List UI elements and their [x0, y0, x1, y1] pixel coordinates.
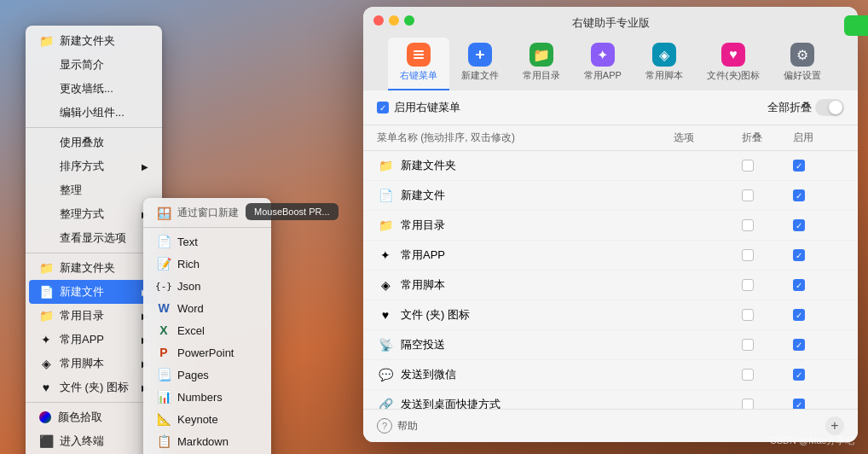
collapse-checkbox-2[interactable] [742, 219, 754, 231]
collapse-checkbox-8[interactable] [742, 399, 754, 409]
sub-menu-item-json[interactable]: {-} Json [143, 275, 271, 297]
menu-item-new-folder[interactable]: 📁 新建文件夹 [26, 256, 162, 280]
menu-item-edit-widget[interactable]: 编辑小组件... [26, 101, 162, 125]
sub-menu-item-rich[interactable]: 📝 Rich [143, 253, 271, 275]
table-row: 📁 常用目录 ✓ [363, 211, 858, 241]
row-name: 📄 新建文件 [377, 187, 674, 204]
sub-menu-item-markdown[interactable]: 📋 Markdown [143, 430, 271, 452]
common-dir-toolbar-icon: 📁 [529, 43, 553, 67]
toolbar-item-file-icon[interactable]: ♥ 文件(夹)图标 [695, 38, 772, 90]
sort-icon [39, 160, 53, 173]
enabled-checkbox-1[interactable]: ✓ [793, 189, 805, 201]
context-menu-main: 📁 新建文件夹 显示简介 更改墙纸... 编辑小组件... 使用叠放 排序方式 … [26, 26, 162, 454]
view-icon [39, 231, 53, 245]
wallpaper-icon [39, 82, 53, 96]
toolbar-item-common-dir[interactable]: 📁 常用目录 [511, 38, 572, 90]
app-window: 右键助手专业版 右键菜单 新建文件 📁 常用目录 ✦ 常用APP [363, 7, 858, 442]
enabled-checkbox-3[interactable]: ✓ [793, 249, 805, 261]
menu-item-common-script[interactable]: ◈ 常用脚本 ▶ [26, 352, 162, 375]
add-item-button[interactable]: + [825, 416, 844, 435]
menu-item-enter-terminal[interactable]: ⬛ 进入终端 [26, 429, 162, 453]
enabled-checkbox-0[interactable]: ✓ [793, 160, 805, 172]
script-icon: ◈ [39, 357, 53, 370]
sub-menu-item-word[interactable]: W Word [143, 297, 271, 319]
collapse-checkbox-3[interactable] [742, 249, 754, 261]
row-icon: 📄 [377, 187, 394, 204]
collapse-all-button[interactable]: 全部折叠 [767, 99, 844, 116]
row-icon: ◈ [377, 276, 394, 294]
submenu-arrow: ▶ [142, 162, 148, 172]
separator-2 [26, 253, 162, 253]
menu-item-change-wallpaper[interactable]: 更改墙纸... [26, 77, 162, 101]
settings-toolbar-icon: ⚙ [790, 43, 814, 67]
excel-icon: X [157, 323, 171, 337]
menu-item-common-dir[interactable]: 📁 常用目录 ▶ [26, 304, 162, 328]
toolbar-item-common-script[interactable]: ◈ 常用脚本 [634, 38, 695, 90]
toolbar-item-settings[interactable]: ⚙ 偏好设置 [772, 38, 833, 90]
markdown-icon: 📋 [157, 434, 171, 448]
collapse-all-toggle[interactable] [815, 99, 844, 116]
row-name: 📡 隔空投送 [377, 336, 674, 353]
menu-item-show-info[interactable]: 显示简介 [26, 53, 162, 77]
keynote-icon: 📐 [157, 412, 171, 426]
row-icon: 💬 [377, 366, 394, 383]
menu-item-file-icon[interactable]: ♥ 文件 (夹) 图标 ▶ [26, 375, 162, 399]
arrange-by-icon [39, 207, 53, 221]
row-name: 📁 新建文件夹 [377, 157, 674, 174]
menu-item-new-file[interactable]: 📄 新建文件 ▶ [29, 280, 159, 304]
help-label: 帮助 [397, 419, 418, 434]
traffic-lights [373, 15, 414, 26]
menu-item-view-options[interactable]: 查看显示选项 [26, 226, 162, 250]
new-file-icon: 📄 [39, 285, 53, 299]
collapse-checkbox-6[interactable] [742, 339, 754, 351]
menu-item-arrange-by[interactable]: 整理方式 ▶ [26, 202, 162, 226]
enabled-checkbox-6[interactable]: ✓ [793, 339, 805, 351]
powerpoint-icon: P [157, 346, 171, 359]
collapse-checkbox-1[interactable] [742, 189, 754, 201]
collapse-checkbox-4[interactable] [742, 279, 754, 291]
menu-item-new-folder-top[interactable]: 📁 新建文件夹 [26, 29, 162, 53]
enable-right-menu-checkbox[interactable]: ✓ [377, 102, 389, 114]
menu-item-common-app[interactable]: ✦ 常用APP ▶ [26, 328, 162, 352]
enable-right-menu-label[interactable]: ✓ 启用右键菜单 [377, 100, 460, 115]
sub-menu-item-powerpoint[interactable]: P PowerPoint [143, 341, 271, 364]
sub-menu-item-pages[interactable]: 📃 Pages [143, 364, 271, 386]
enabled-checkbox-2[interactable]: ✓ [793, 219, 805, 231]
svg-rect-0 [414, 50, 424, 52]
collapse-checkbox-5[interactable] [742, 309, 754, 321]
close-button[interactable] [373, 15, 384, 26]
collapse-checkbox-0[interactable] [742, 160, 754, 172]
sub-menu-item-numbers[interactable]: 📊 Numbers [143, 386, 271, 408]
menu-item-color-picker[interactable]: 颜色拾取 [26, 405, 162, 429]
sub-menu-item-text[interactable]: 📄 Text [143, 230, 271, 253]
menu-item-arrange[interactable]: 整理 [26, 178, 162, 202]
content-area: ✓ 启用右键菜单 全部折叠 菜单名称 (拖动排序, 双击修改) 选项 折叠 启用… [363, 90, 858, 442]
tooltip-bubble: MouseBoost PR... [246, 203, 339, 220]
common-app-toolbar-icon: ✦ [591, 43, 615, 67]
toolbar-item-new-file[interactable]: 新建文件 [449, 38, 511, 90]
maximize-button[interactable] [404, 15, 414, 26]
minimize-button[interactable] [389, 15, 399, 26]
row-name: 💬 发送到微信 [377, 366, 674, 383]
green-side-button[interactable] [844, 15, 868, 36]
context-menu-sub: 🪟 通过窗口新建 📄 Text 📝 Rich {-} Json W Word X… [143, 198, 271, 454]
file-icon-toolbar-icon: ♥ [721, 43, 745, 67]
row-name: 📁 常用目录 [377, 217, 674, 234]
menu-item-sort-by[interactable]: 排序方式 ▶ [26, 154, 162, 178]
enabled-checkbox-8[interactable]: ✓ [793, 399, 805, 409]
window-title: 右键助手专业版 [572, 15, 650, 31]
help-button[interactable]: ? [377, 418, 392, 434]
word-icon: W [157, 301, 171, 315]
watermark: CSDN @Mac分享吧 [770, 434, 854, 447]
row-name: 🔗 发送到桌面快捷方式 [377, 396, 674, 409]
enabled-checkbox-7[interactable]: ✓ [793, 369, 805, 381]
enabled-checkbox-4[interactable]: ✓ [793, 279, 805, 291]
sub-menu-item-keynote[interactable]: 📐 Keynote [143, 408, 271, 430]
toolbar-item-common-app[interactable]: ✦ 常用APP [572, 38, 634, 90]
collapse-checkbox-7[interactable] [742, 369, 754, 381]
toolbar-item-right-menu[interactable]: 右键菜单 [388, 38, 449, 90]
row-icon: 🔗 [377, 396, 394, 409]
sub-menu-item-excel[interactable]: X Excel [143, 319, 271, 341]
enabled-checkbox-5[interactable]: ✓ [793, 309, 805, 321]
menu-item-use-stacks[interactable]: 使用叠放 [26, 131, 162, 154]
